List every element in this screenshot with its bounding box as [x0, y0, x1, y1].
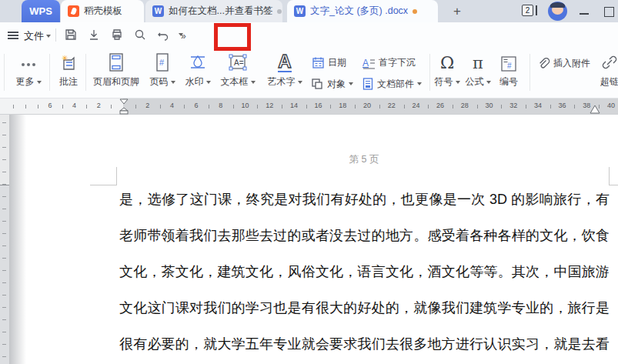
drop-cap-label: 首字下沉 [379, 56, 416, 69]
pi-formula-icon: π [473, 51, 483, 72]
maximize-button[interactable] [604, 6, 614, 16]
ruler-mark [2, 196, 6, 197]
drop-cap-icon: A [362, 57, 376, 69]
date-button[interactable]: 日期 [312, 56, 346, 69]
ruler-mark [428, 105, 429, 109]
document-text-line[interactable]: 是，选修了这门课，终究是对我们有好处的，也更像是一次 3D 的影响旅行，有 [119, 190, 610, 209]
document-text-line[interactable]: 文化这门课对我们的学习也是有很大的好处的，就像我们建筑学专业的，旅行是 [119, 299, 610, 317]
watermark-button[interactable]: 水印 [182, 51, 214, 88]
window-tab-bar: WPS 稻壳模板 W 如何在文档...并查看书签 W 文字_论文 (多页) .d… [0, 0, 618, 22]
divider [85, 54, 86, 91]
svg-text:✳: ✳ [62, 54, 68, 62]
margin-corner-mark-right [609, 167, 618, 185]
more-button[interactable]: 更多 [11, 51, 46, 88]
tab-active-document[interactable]: W 文字_论文 (多页) .docx [287, 0, 438, 22]
tab-state-dot [277, 9, 282, 14]
hyperlink-button[interactable]: 超链 [594, 51, 618, 88]
window-switch-badge[interactable]: 2 [522, 5, 540, 17]
print-icon[interactable] [109, 27, 125, 42]
word-art-button[interactable]: A 艺术字 [263, 51, 306, 88]
tab-label: 稻壳模板 [84, 5, 122, 18]
export-pdf-icon[interactable] [86, 27, 102, 42]
ruler-mark: 8 [219, 102, 222, 109]
tab-docer-templates[interactable]: 稻壳模板 [61, 0, 144, 22]
symbol-button[interactable]: Ω 符号 [433, 51, 462, 88]
print-preview-icon[interactable] [132, 27, 148, 42]
object-button[interactable]: 对象 [310, 77, 353, 91]
ruler-mark [2, 221, 6, 222]
ruler-mark: 4 [72, 102, 76, 109]
page-number-icon: # [155, 51, 170, 72]
numbering-button[interactable]: # 编号 [496, 51, 522, 88]
ruler-mark: 34 [534, 102, 542, 109]
ruler-mark [2, 258, 6, 259]
ruler-mark: 6 [195, 102, 199, 109]
file-caret-icon[interactable] [46, 35, 51, 38]
file-menu[interactable]: 文件 [24, 29, 44, 43]
numbering-label: 编号 [499, 75, 518, 88]
ruler-mark: 20 [363, 102, 371, 109]
tab-label: 文字_论文 (多页) .docx [310, 5, 408, 18]
wps-doc-icon: W [294, 5, 306, 17]
horizontal-ruler[interactable]: 246810121416182022242628303234363840246 [0, 99, 618, 115]
wps-doc-icon: W [152, 5, 164, 17]
page-number-button[interactable]: # 页码 [146, 51, 179, 88]
undo-icon[interactable] [155, 27, 171, 42]
ruler-mark [2, 159, 6, 160]
ruler-mark: 16 [315, 102, 322, 109]
save-icon[interactable] [63, 27, 79, 42]
ruler-mark: 12 [266, 102, 273, 109]
attachment-button[interactable]: 插入附件 [536, 56, 590, 70]
user-avatar[interactable] [548, 2, 567, 21]
text-box-label: 文本框 [221, 75, 249, 88]
document-text-line[interactable]: 文化，茶文化，建筑文化，风俗文化，语言文化，酒文化等等。其次，中国旅游 [119, 262, 610, 281]
quickbar-more-icon[interactable]: » [181, 31, 185, 42]
watermark-icon [188, 51, 208, 72]
svg-text:A: A [362, 58, 369, 68]
ruler-mark: 40 [607, 102, 615, 109]
wps-home-tab[interactable]: WPS [22, 0, 60, 22]
comment-button[interactable]: ✳ 批注 [54, 51, 83, 88]
indent-marker[interactable] [118, 99, 130, 115]
document-text-line[interactable]: 老师带领着我们去那些去过的或者没去过的地方。感受着各种各样的文化，饮食 [119, 226, 610, 245]
drop-cap-button[interactable]: A 首字下沉 [362, 56, 416, 69]
tab-bookmark-doc[interactable]: W 如何在文档...并查看书签 [145, 0, 282, 22]
page-number-label: 页码 [150, 75, 169, 88]
ruler-mark [2, 307, 6, 308]
unsaved-dot [413, 9, 417, 14]
window-badge-bar [536, 5, 537, 15]
hyperlink-chain-icon [600, 51, 618, 72]
ruler-mark [550, 105, 551, 109]
minimize-button[interactable] [580, 6, 590, 16]
ruler-mark: 4 [170, 102, 174, 109]
page-header-label: 第 5 页 [119, 153, 609, 166]
doc-parts-button[interactable]: 文档部件 [362, 77, 422, 91]
ruler-mark [2, 344, 6, 345]
new-tab-button[interactable]: + [449, 3, 466, 20]
document-text-line[interactable]: 很有必要的，就大学五年专业就会要求我们去很多地方进行认识实习，就是去看 [119, 335, 610, 353]
ruler-mark [38, 105, 38, 109]
text-box-button[interactable]: A= 文本框 [219, 51, 257, 88]
ruler-mark [306, 105, 307, 109]
vertical-ruler[interactable] [0, 115, 9, 364]
formula-button[interactable]: π 公式 [463, 51, 493, 88]
ruler-mark [160, 105, 161, 109]
annotation-highlight-box [214, 23, 251, 51]
ruler-mark: 26 [436, 102, 444, 109]
svg-text:A=: A= [234, 58, 244, 67]
divider [55, 28, 56, 42]
ruler-mark [2, 233, 6, 234]
hamburger-menu-icon[interactable] [8, 32, 18, 33]
ruler-mark: 38 [583, 102, 590, 109]
divider [429, 54, 430, 91]
page-edge-shadow [9, 115, 26, 364]
ruler-mark: 32 [509, 102, 517, 109]
header-footer-button[interactable]: 页眉和页脚 [89, 51, 143, 88]
ruler-mark [2, 356, 6, 357]
vertical-ruler-text-zone [0, 185, 9, 364]
divider [4, 54, 5, 91]
divider [529, 54, 530, 91]
ruler-mark: 18 [339, 102, 346, 109]
tab-label: 如何在文档...并查看书签 [169, 5, 272, 18]
ruler-mark [599, 105, 600, 109]
